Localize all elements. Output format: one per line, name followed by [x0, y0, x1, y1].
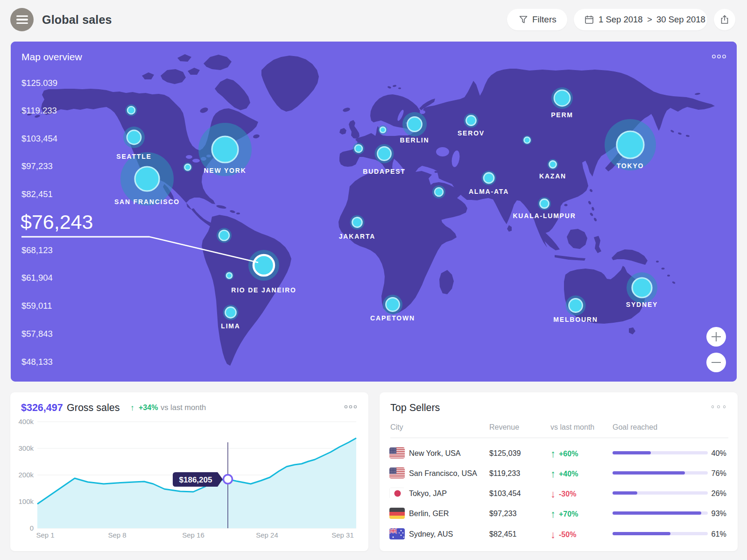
- svg-text:ALMA-ATA: ALMA-ATA: [469, 188, 509, 195]
- svg-text:0: 0: [30, 524, 34, 532]
- svg-text:JAKARTA: JAKARTA: [339, 233, 375, 240]
- svg-text:Sep 31: Sep 31: [331, 531, 354, 539]
- svg-text:RIO DE JANEIRO: RIO DE JANEIRO: [231, 286, 296, 294]
- svg-text:LIMA: LIMA: [221, 322, 240, 330]
- svg-text:CAPETOWN: CAPETOWN: [370, 314, 415, 322]
- svg-text:300k: 300k: [18, 444, 34, 452]
- svg-text:SEROV: SEROV: [458, 129, 485, 137]
- svg-text:$97,233: $97,233: [21, 161, 53, 171]
- svg-text:Gross sales: Gross sales: [67, 402, 120, 413]
- svg-text:BERLIN: BERLIN: [400, 136, 430, 144]
- svg-text:SAN FRANCISCO: SAN FRANCISCO: [114, 198, 180, 206]
- svg-text:$48,133: $48,133: [21, 357, 53, 367]
- svg-text:$103,454: $103,454: [21, 134, 57, 143]
- svg-text:400k: 400k: [18, 418, 34, 425]
- svg-text:SYDNEY: SYDNEY: [626, 301, 658, 308]
- svg-text:Map overview: Map overview: [21, 51, 82, 62]
- svg-text:$125.039: $125.039: [21, 78, 57, 88]
- svg-text:KUALA-LUMPUR: KUALA-LUMPUR: [513, 212, 576, 220]
- svg-text:TOKYO: TOKYO: [617, 162, 644, 170]
- svg-text:+34%: +34%: [139, 404, 158, 411]
- svg-text:Sep 8: Sep 8: [108, 531, 126, 539]
- svg-text:$82,451: $82,451: [21, 189, 53, 199]
- svg-text:$186,205: $186,205: [179, 475, 212, 484]
- svg-text:$57,843: $57,843: [21, 329, 53, 339]
- svg-text:SEATTLE: SEATTLE: [116, 153, 151, 160]
- svg-text:200k: 200k: [18, 471, 34, 479]
- svg-text:100k: 100k: [18, 497, 34, 505]
- svg-text:Sep 24: Sep 24: [256, 531, 278, 539]
- svg-text:NEW YORK: NEW YORK: [204, 167, 246, 174]
- svg-text:PERM: PERM: [551, 111, 573, 119]
- svg-text:$68,123: $68,123: [21, 245, 53, 255]
- svg-text:$61,904: $61,904: [21, 273, 53, 283]
- svg-text:vs last month: vs last month: [161, 403, 206, 411]
- svg-text:$326,497: $326,497: [21, 402, 63, 413]
- svg-text:Sep 1: Sep 1: [36, 531, 54, 539]
- svg-text:$59,011: $59,011: [21, 301, 52, 311]
- svg-text:$119.233: $119.233: [21, 106, 57, 115]
- svg-text:MELBOURN: MELBOURN: [553, 316, 598, 323]
- svg-text:BUDAPEST: BUDAPEST: [363, 168, 405, 175]
- svg-text:Sep 16: Sep 16: [182, 531, 204, 539]
- svg-text:$76,243: $76,243: [21, 211, 93, 233]
- svg-text:KAZAN: KAZAN: [539, 172, 566, 180]
- svg-text:↑: ↑: [130, 403, 134, 412]
